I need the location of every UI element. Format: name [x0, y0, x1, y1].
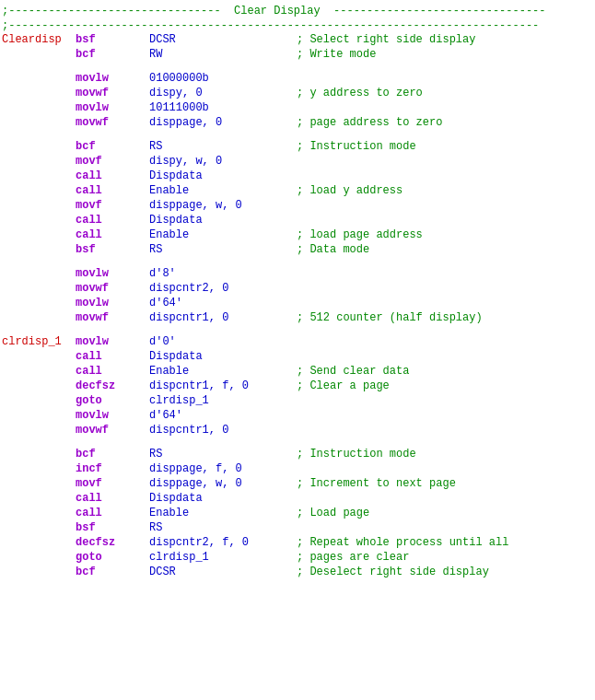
line-comment: ; load page address [297, 228, 423, 241]
line-operand: dispcntr1, f, 0 [149, 379, 297, 392]
line-label: clrdisp_1 [2, 335, 76, 348]
line-label [2, 350, 76, 363]
line-operand: dispy, 0 [149, 87, 297, 99]
line-instruction: bcf [76, 566, 149, 578]
line-comment: ; Instruction mode [297, 448, 416, 461]
line-operand: disppage, w, 0 [149, 199, 297, 212]
line-instruction: bsf [76, 33, 149, 46]
line-label [2, 536, 76, 549]
line-operand: Dispdata [149, 214, 297, 227]
line-label [2, 409, 76, 422]
line-label [2, 424, 76, 437]
line-instruction: movlw [76, 72, 149, 85]
line-label [2, 462, 76, 475]
line-instruction: call [76, 169, 149, 182]
line-comment: ; Instruction mode [297, 140, 416, 153]
line-instruction: movlw [76, 409, 149, 422]
line-instruction: bcf [76, 140, 149, 153]
line-comment: ; Send clear data [297, 365, 409, 378]
code-line: movwf dispy, 0 ; y address to zero [0, 87, 595, 101]
line-instruction: call [76, 228, 149, 241]
line-instruction: goto [76, 394, 149, 407]
code-line: movwf dispcntr2, 0 [0, 282, 595, 297]
line-instruction: bcf [76, 448, 149, 461]
line-label [2, 72, 76, 85]
line-operand: DCSR [149, 566, 297, 578]
code-line: movwf dispcntr1, 0 [0, 424, 595, 438]
code-line: movlw d'64' [0, 409, 595, 424]
code-line: movf disppage, w, 0 [0, 199, 595, 214]
line-comment: ; Select right side display [297, 33, 475, 46]
line-operand: dispcntr2, 0 [149, 282, 297, 295]
line-label [2, 311, 76, 324]
code-line: bcf DCSR ; Deselect right side display [0, 566, 595, 580]
line-operand: clrdisp_1 [149, 551, 297, 564]
code-line: bcf RW ; Write mode [0, 48, 595, 63]
line-operand: disppage, f, 0 [149, 462, 297, 475]
line-operand: Enable [149, 228, 297, 241]
line-operand: dispcntr2, f, 0 [149, 536, 297, 549]
line-operand: RS [149, 243, 297, 256]
line-operand: d'64' [149, 409, 297, 422]
line-operand: disppage, 0 [149, 116, 297, 129]
line-operand: Enable [149, 184, 297, 197]
code-line: goto clrdisp_1 ; pages are clear [0, 551, 595, 566]
line-instruction: goto [76, 551, 149, 564]
code-line: call Dispdata [0, 492, 595, 507]
code-container: ;-------------------------------- Clear … [0, 0, 595, 584]
line-comment: ; Deselect right side display [297, 566, 489, 578]
line-label [2, 267, 76, 280]
line-instruction: call [76, 184, 149, 197]
code-line: bsf RS ; Data mode [0, 243, 595, 258]
line-operand: d'0' [149, 335, 297, 348]
line-instruction: call [76, 214, 149, 227]
line-instruction: call [76, 365, 149, 378]
line-operand: 10111000b [149, 101, 297, 114]
line-comment: ; y address to zero [297, 87, 423, 99]
line-comment: ; Load page [297, 507, 369, 519]
line-label [2, 48, 76, 61]
line-label: Cleardisp [2, 33, 76, 46]
line-instruction: movlw [76, 335, 149, 348]
line-label [2, 184, 76, 197]
line-label [2, 448, 76, 461]
line-instruction: call [76, 350, 149, 363]
line-operand: 01000000b [149, 72, 297, 85]
line-label [2, 101, 76, 114]
code-line: call Enable ; Load page [0, 507, 595, 521]
line-operand: RW [149, 48, 297, 61]
line-comment: ; Clear a page [297, 379, 390, 392]
code-line: call Dispdata [0, 214, 595, 228]
line-comment: ; load y address [297, 184, 402, 197]
code-line: incf disppage, f, 0 [0, 462, 595, 477]
line-operand: d'8' [149, 267, 297, 280]
line-label [2, 282, 76, 295]
line-operand: Dispdata [149, 169, 297, 182]
empty-line [0, 438, 595, 448]
line-operand: RS [149, 448, 297, 461]
line-operand: RS [149, 521, 297, 534]
line-instruction: call [76, 492, 149, 505]
line-operand: d'64' [149, 297, 297, 309]
line-instruction: decfsz [76, 536, 149, 549]
code-line: call Dispdata [0, 169, 595, 184]
line-instruction: movlw [76, 297, 149, 309]
empty-line [0, 326, 595, 335]
line-label [2, 521, 76, 534]
line-label [2, 228, 76, 241]
code-line: movwf disppage, 0 ; page address to zero [0, 116, 595, 131]
line-operand: RS [149, 140, 297, 153]
line-label [2, 551, 76, 564]
line-instruction: movlw [76, 267, 149, 280]
line-instruction: movf [76, 155, 149, 168]
line-instruction: movwf [76, 424, 149, 437]
code-line: decfsz dispcntr2, f, 0 ; Repeat whole pr… [0, 536, 595, 551]
line-label [2, 507, 76, 519]
line-operand: dispy, w, 0 [149, 155, 297, 168]
line-label [2, 169, 76, 182]
line-label [2, 365, 76, 378]
line-instruction: bcf [76, 48, 149, 61]
line-label [2, 379, 76, 392]
code-line: movlw d'64' [0, 297, 595, 311]
line-instruction: movwf [76, 87, 149, 99]
